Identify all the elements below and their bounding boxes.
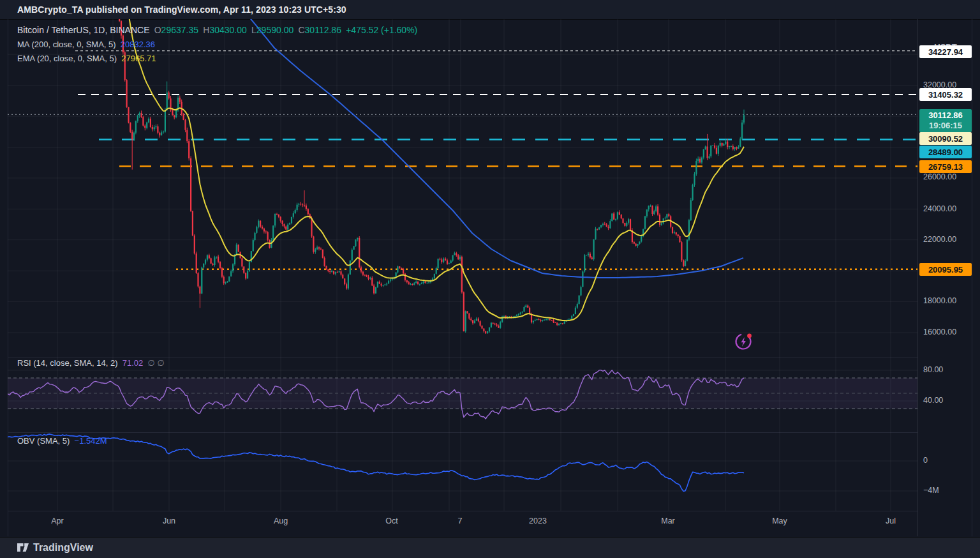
brand-bar: TradingView (0, 537, 980, 558)
time-axis[interactable]: AprJunAugOct72023MarMayJul (8, 511, 917, 537)
time-tick-label: Oct (385, 517, 397, 525)
axis-tick-label: 26000.00 (923, 172, 956, 181)
time-tick-label: Aug (274, 517, 288, 525)
price-level-label: 26759.13 (919, 160, 972, 173)
publish-bar: AMBCrypto_TA published on TradingView.co… (0, 0, 980, 20)
tradingview-chart-page: AMBCrypto_TA published on TradingView.co… (0, 0, 980, 558)
axis-tick-label: −4M (923, 486, 939, 495)
time-tick-label: Apr (51, 517, 63, 525)
price-pane[interactable] (8, 19, 917, 358)
time-tick-label: Jul (886, 517, 896, 525)
obv-pane[interactable] (8, 432, 917, 511)
publish-line: AMBCrypto_TA published on TradingView.co… (17, 0, 346, 19)
axis-tick-label: 80.00 (923, 365, 943, 374)
axis-tick-label: 24000.00 (923, 204, 956, 213)
rsi-pane[interactable] (8, 358, 917, 432)
axis-tick-label: 18000.00 (923, 296, 956, 305)
axis-tick-label: 22000.00 (923, 235, 956, 244)
bar-countdown: 19:06:15 (929, 121, 962, 131)
last-price-label: 30112.8619:06:15 (919, 109, 972, 132)
time-tick-label: 2023 (529, 517, 547, 525)
tradingview-brand-text[interactable]: TradingView (33, 538, 93, 558)
price-level-label: 30090.52 (919, 132, 972, 145)
price-axis[interactable]: USDT 34227.9432000.0031405.32 30112.8619… (917, 19, 980, 536)
tradingview-logo-icon[interactable] (17, 542, 29, 554)
lightning-icon[interactable] (733, 331, 755, 352)
price-level-label: 31405.32 (919, 88, 972, 101)
axis-tick-label: 40.00 (923, 396, 943, 405)
time-tick-label: 7 (458, 517, 463, 525)
time-tick-label: Jun (163, 517, 175, 525)
time-tick-label: Mar (661, 517, 675, 525)
axis-tick-label: 16000.00 (923, 328, 956, 336)
price-level-label: 34227.94 (919, 45, 972, 58)
price-level-label: 28489.00 (919, 146, 972, 158)
price-level-label: 20095.95 (919, 263, 972, 276)
axis-tick-label: 0 (923, 456, 928, 465)
time-tick-label: May (772, 517, 787, 525)
